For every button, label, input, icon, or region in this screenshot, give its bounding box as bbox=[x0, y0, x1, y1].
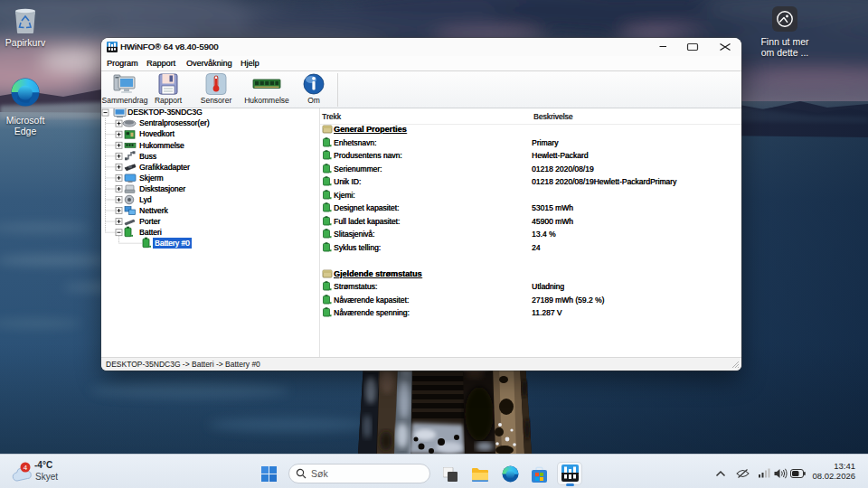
svg-text:4: 4 bbox=[24, 464, 28, 472]
